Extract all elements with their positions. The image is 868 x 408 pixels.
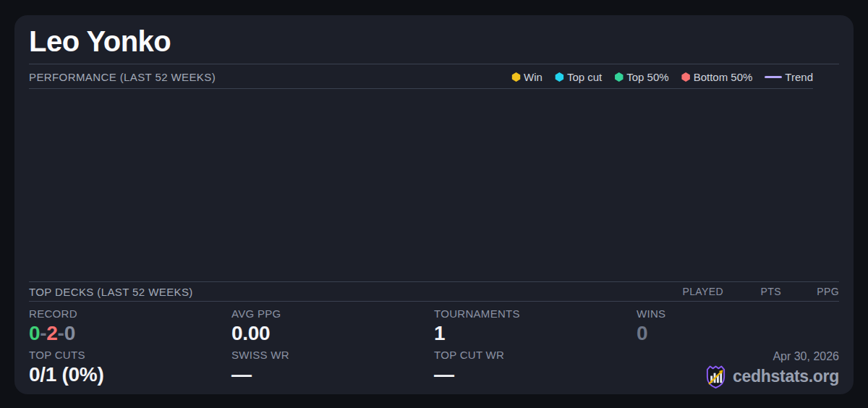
- performance-section-title: PERFORMANCE (LAST 52 WEEKS): [29, 71, 216, 83]
- legend-hexagon-icon: [681, 72, 691, 82]
- stat-label: SWISS WR: [231, 349, 434, 361]
- legend-item-win: Win: [511, 71, 542, 83]
- record-separator: -: [40, 322, 46, 344]
- legend-item-top-cut: Top cut: [555, 71, 602, 83]
- legend-hexagon-icon: [555, 72, 564, 82]
- stat-label: RECORD: [29, 307, 231, 320]
- avg-ppg-value: 0.00: [231, 322, 434, 345]
- top-cuts-value: 0/1 (0%): [29, 363, 231, 386]
- top-decks-header-row: TOP DECKS (LAST 52 WEEKS) PLAYED PTS PPG: [29, 281, 839, 302]
- column-header-played: PLAYED: [665, 286, 723, 297]
- record-draws: 0: [64, 322, 75, 344]
- record-losses: 2: [46, 322, 57, 344]
- player-stats-card: Leo Yonko PERFORMANCE (LAST 52 WEEKS) Wi…: [14, 15, 854, 394]
- stat-label: TOURNAMENTS: [434, 307, 637, 320]
- record-separator: -: [58, 322, 64, 344]
- record-wins: 0: [29, 322, 40, 344]
- brand-row: cedhstats.org: [705, 365, 839, 388]
- legend-label: Top cut: [567, 71, 602, 83]
- stat-swiss-wr: SWISS WR —: [231, 349, 434, 388]
- top-cut-wr-value: —: [434, 363, 637, 386]
- stat-tournaments: TOURNAMENTS 1: [434, 307, 637, 345]
- legend-hexagon-icon: [511, 72, 521, 82]
- legend-line-icon: [765, 76, 782, 78]
- legend-label: Top 50%: [626, 71, 668, 83]
- legend-item-top-50-: Top 50%: [614, 71, 668, 83]
- performance-header-row: PERFORMANCE (LAST 52 WEEKS) WinTop cutTo…: [29, 64, 839, 89]
- column-header-ppg: PPG: [781, 286, 839, 297]
- tournaments-value: 1: [434, 322, 637, 345]
- top-decks-column-headers: PLAYED PTS PPG: [665, 286, 839, 297]
- stat-record: RECORD 0-2-0: [29, 307, 231, 345]
- performance-chart: [29, 89, 839, 281]
- stat-label: TOP CUTS: [29, 349, 231, 361]
- stat-top-cut-wr: TOP CUT WR —: [434, 349, 637, 388]
- stats-grid: RECORD 0-2-0 AVG PPG 0.00 TOURNAMENTS 1 …: [29, 302, 839, 388]
- column-header-pts: PTS: [723, 286, 781, 297]
- stat-top-cuts: TOP CUTS 0/1 (0%): [29, 349, 231, 388]
- footer-brand-block: Apr 30, 2026 cedhstats.org: [637, 349, 839, 388]
- stat-label: AVG PPG: [231, 307, 434, 320]
- wins-value: 0: [637, 322, 839, 345]
- swiss-wr-value: —: [231, 363, 434, 386]
- stat-label: TOP CUT WR: [434, 349, 637, 361]
- report-date: Apr 30, 2026: [773, 350, 839, 363]
- record-value: 0-2-0: [29, 322, 231, 345]
- legend-label: Bottom 50%: [694, 71, 753, 83]
- stat-wins: WINS 0: [637, 307, 839, 345]
- page-title: Leo Yonko: [29, 25, 839, 64]
- top-decks-section-title: TOP DECKS (LAST 52 WEEKS): [29, 286, 193, 298]
- legend-label: Trend: [785, 71, 813, 83]
- legend-label: Win: [524, 71, 542, 83]
- chart-legend: WinTop cutTop 50%Bottom 50%Trend: [511, 71, 813, 83]
- legend-item-trend: Trend: [765, 71, 813, 83]
- legend-item-bottom-50-: Bottom 50%: [681, 71, 753, 83]
- stat-avg-ppg: AVG PPG 0.00: [231, 307, 434, 345]
- stat-label: WINS: [637, 307, 839, 320]
- cedhstats-logo-icon: [705, 365, 727, 388]
- brand-name: cedhstats.org: [733, 367, 839, 386]
- legend-hexagon-icon: [614, 72, 624, 82]
